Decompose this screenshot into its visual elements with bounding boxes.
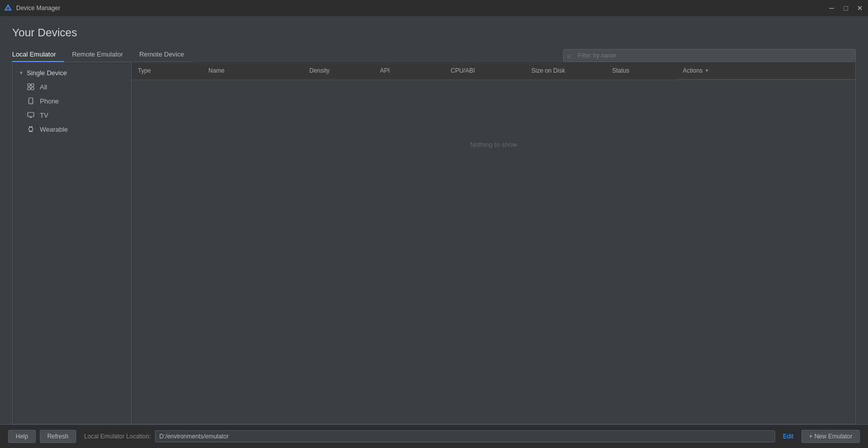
sidebar: ▼ Single Device All [13,62,132,424]
titlebar: Device Manager ─ □ ✕ [0,0,868,16]
edit-link[interactable]: Edit [783,433,794,440]
actions-chevron-icon: ▼ [704,68,709,73]
app-logo-icon [4,4,12,12]
col-header-actions: Actions ▼ [677,62,855,80]
sidebar-item-wearable-label: Wearable [40,126,68,133]
wearable-icon [27,125,35,133]
titlebar-controls: ─ □ ✕ [828,4,864,12]
svg-rect-8 [28,113,34,117]
svg-point-11 [29,127,33,131]
empty-message: Nothing to show [132,80,855,209]
all-icon [27,83,35,91]
tv-icon [27,111,35,119]
tab-local-emulator[interactable]: Local Emulator [12,47,64,62]
sidebar-item-all[interactable]: All [13,80,131,94]
chevron-down-icon: ▼ [19,70,24,76]
sidebar-item-phone[interactable]: Phone [13,94,131,108]
svg-rect-5 [31,87,34,90]
location-path-input[interactable] [155,430,775,442]
sidebar-item-tv[interactable]: TV [13,108,131,122]
filter-input[interactable] [563,49,856,62]
col-header-status: Status [606,62,677,80]
tab-bar: Local Emulator Remote Emulator Remote De… [12,47,192,62]
col-header-cpu: CPU/ABI [445,62,525,80]
titlebar-title: Device Manager [16,5,60,12]
svg-rect-3 [31,84,34,86]
filter-bar: ⌕ [563,49,856,62]
location-label: Local Emulator Location: [84,433,151,440]
sidebar-item-wearable[interactable]: Wearable [13,122,131,136]
new-emulator-button[interactable]: + New Emulator [801,430,860,443]
search-icon: ⌕ [567,52,571,59]
col-header-api: API [374,62,445,80]
minimize-button[interactable]: ─ [828,4,836,12]
footer: Help Refresh Local Emulator Location: Ed… [0,424,868,448]
sidebar-item-tv-label: TV [40,111,48,119]
phone-icon [27,97,35,105]
sidebar-item-all-label: All [40,83,47,91]
col-header-density: Density [303,62,374,80]
titlebar-left: Device Manager [4,4,60,12]
svg-rect-2 [28,84,30,86]
sidebar-item-phone-label: Phone [40,97,59,105]
maximize-button[interactable]: □ [842,4,850,12]
table-container: Type Name Density API CPU/ABI Size on Di… [132,62,855,424]
main-area: Your Devices Local Emulator Remote Emula… [0,16,868,424]
sidebar-section-single-device[interactable]: ▼ Single Device [13,66,131,80]
page-title: Your Devices [12,26,856,39]
sidebar-section-label: Single Device [27,69,67,77]
tab-remote-emulator[interactable]: Remote Emulator [64,47,131,62]
content-area: ▼ Single Device All [12,62,856,424]
col-header-type: Type [132,62,202,80]
close-button[interactable]: ✕ [856,4,864,12]
col-header-size: Size on Disk [525,62,606,80]
help-button[interactable]: Help [8,430,36,443]
tab-remote-device[interactable]: Remote Device [131,47,192,62]
svg-rect-4 [28,87,30,90]
col-header-name: Name [202,62,303,80]
devices-table: Type Name Density API CPU/ABI Size on Di… [132,62,855,209]
refresh-button[interactable]: Refresh [40,430,76,443]
table-wrapper: Type Name Density API CPU/ABI Size on Di… [132,62,855,424]
